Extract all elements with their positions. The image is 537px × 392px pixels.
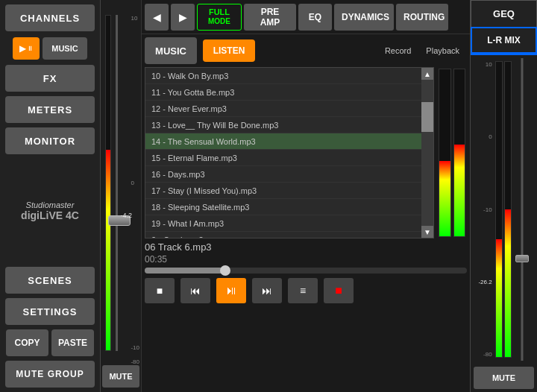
copy-paste-row: COPY PASTE xyxy=(6,329,94,356)
menu-button[interactable]: ≡ xyxy=(288,278,318,303)
play-pause-button[interactable]: ▶⏸ xyxy=(13,37,40,60)
scale-10: 10 xyxy=(131,15,139,22)
nav-arrow-left[interactable]: ◀ xyxy=(145,4,169,31)
geq-button[interactable]: GEQ xyxy=(471,0,537,27)
eq-button[interactable]: EQ xyxy=(298,4,332,31)
player-controls: ■ ⏮ ⏯ ⏭ ≡ ■ xyxy=(145,278,467,303)
vu-fill-1 xyxy=(439,161,450,236)
scenes-button[interactable]: SCENES xyxy=(5,267,95,294)
music-player: MUSIC LISTEN Record Playback 10 - Walk O… xyxy=(142,34,470,392)
right-vu-meters xyxy=(437,67,467,238)
progress-bar[interactable] xyxy=(145,268,467,274)
track-name: 06 Track 6.mp3 xyxy=(145,241,467,253)
fader-db-bottom: -80 xyxy=(131,358,139,365)
record-icon: ■ xyxy=(335,284,342,297)
main-center: ◀ ▶ FULL MODE PRE AMP EQ DYNAMICS ROUTIN… xyxy=(142,0,470,392)
right-top-buttons: GEQ L-R MIX xyxy=(471,0,537,55)
settings-button[interactable]: SETTINGS xyxy=(5,298,95,325)
paste-button[interactable]: PASTE xyxy=(51,329,94,356)
next-icon: ⏭ xyxy=(262,285,272,297)
scale-0: 0 xyxy=(131,180,139,186)
routing-button[interactable]: ROUTING xyxy=(396,4,448,31)
right-vu-ch1 xyxy=(495,61,503,358)
playlist-item[interactable]: 14 - The Sensual World.mp3 xyxy=(145,133,421,150)
left-vu-fill xyxy=(106,150,110,350)
track-time: 00:35 xyxy=(145,254,467,265)
right-vu-pair xyxy=(495,58,512,361)
full-label: FULL xyxy=(198,7,241,17)
fader-db-label: -4.2 xyxy=(120,212,132,219)
left-sidebar: CHANNELS ▶⏸ MUSIC FX METERS MONITOR Stud… xyxy=(0,0,101,392)
playlist-container: 10 - Walk On By.mp311 - You Gotta Be.mp3… xyxy=(145,67,434,238)
playlist-item[interactable]: 12 - Never Ever.mp3 xyxy=(145,101,421,117)
channels-button[interactable]: CHANNELS xyxy=(5,4,95,31)
mode-label: MODE xyxy=(198,17,241,26)
right-fader-area: 10 0 -10 -26.2 -80 xyxy=(471,55,537,364)
right-fader-knob[interactable] xyxy=(515,255,529,262)
playlist-item[interactable]: 2 - Crush.mp3 xyxy=(145,232,421,238)
prev-icon: ⏮ xyxy=(190,285,201,297)
stop-icon: ■ xyxy=(157,285,163,297)
copy-button[interactable]: COPY xyxy=(6,329,48,356)
right-mute-button[interactable]: MUTE xyxy=(474,367,534,389)
playlist-item[interactable]: 17 - Stay (I Missed You).mp3 xyxy=(145,183,421,199)
top-navigation: ◀ ▶ FULL MODE PRE AMP EQ DYNAMICS ROUTIN… xyxy=(142,0,470,34)
right-vu-fill-1 xyxy=(496,239,502,357)
dynamics-button[interactable]: DYNAMICS xyxy=(334,4,394,31)
scroll-track xyxy=(421,80,433,226)
nav-arrow-right[interactable]: ▶ xyxy=(171,4,195,31)
right-scale-0: 0 xyxy=(489,133,492,140)
play-pause-control-button[interactable]: ⏯ xyxy=(216,278,246,303)
playlist-item[interactable]: 18 - Sleeping Satellite.mp3 xyxy=(145,199,421,215)
scroll-down-arrow[interactable]: ▼ xyxy=(421,226,433,238)
player-bottom: 06 Track 6.mp3 00:35 ■ ⏮ ⏯ ⏭ ≡ xyxy=(145,241,467,303)
vu-left-2 xyxy=(453,69,466,237)
playlist-items: 10 - Walk On By.mp311 - You Gotta Be.mp3… xyxy=(145,68,421,238)
mute-group-button[interactable]: MUTE GROUP xyxy=(5,361,95,388)
scroll-thumb[interactable] xyxy=(421,102,433,132)
progress-thumb[interactable] xyxy=(220,265,230,276)
listen-button[interactable]: LISTEN xyxy=(203,39,255,62)
scale-minus10: -10 xyxy=(131,344,139,351)
right-fader-scale: 10 0 -10 -26.2 -80 xyxy=(478,58,492,361)
record-playback-labels: Record Playback xyxy=(385,46,459,55)
playlist-scrollbar[interactable]: ▲ ▼ xyxy=(421,68,433,238)
right-scale-db: -26.2 xyxy=(478,279,492,285)
playlist-item[interactable]: 11 - You Gotta Be.mp3 xyxy=(145,84,421,101)
stop-button[interactable]: ■ xyxy=(145,278,175,303)
music-sidebar-button[interactable]: MUSIC xyxy=(43,37,87,60)
playlist-item[interactable]: 10 - Walk On By.mp3 xyxy=(145,68,421,84)
right-fader-line xyxy=(521,58,523,361)
transport-row: ▶⏸ MUSIC xyxy=(13,37,87,60)
progress-fill xyxy=(145,268,225,274)
arrow-right-icon: ▶ xyxy=(179,11,187,23)
fader-scale: 10 0 -10 xyxy=(131,15,139,351)
monitor-button[interactable]: MONITOR xyxy=(5,127,95,154)
full-mode-button[interactable]: FULL MODE xyxy=(197,4,242,31)
logo-line1: Studiomaster xyxy=(21,200,79,209)
right-fader-track xyxy=(515,58,530,361)
menu-icon: ≡ xyxy=(300,285,306,297)
arrow-left-icon: ◀ xyxy=(153,11,161,23)
prev-button[interactable]: ⏮ xyxy=(180,278,210,303)
right-scale-minus10: -10 xyxy=(483,206,492,213)
playlist-item[interactable]: 19 - What I Am.mp3 xyxy=(145,215,421,232)
music-mode-button[interactable]: MUSIC xyxy=(145,37,197,64)
meters-button[interactable]: METERS xyxy=(5,96,95,123)
next-button[interactable]: ⏭ xyxy=(252,278,282,303)
fx-button[interactable]: FX xyxy=(5,65,95,92)
right-vu-fill-2 xyxy=(505,209,511,357)
record-button[interactable]: ■ xyxy=(324,278,354,303)
logo-line2: digiLiVE 4C xyxy=(21,209,79,221)
lr-mix-button[interactable]: L-R MIX xyxy=(471,27,537,54)
right-scale-10: 10 xyxy=(486,61,492,68)
playback-label: Playback xyxy=(426,46,459,55)
record-label: Record xyxy=(385,46,411,55)
playlist-item[interactable]: 15 - Eternal Flame.mp3 xyxy=(145,150,421,166)
play-pause-main-icon: ⏯ xyxy=(225,284,237,297)
left-mute-button[interactable]: MUTE xyxy=(102,365,139,388)
playlist-item[interactable]: 16 - Days.mp3 xyxy=(145,166,421,183)
playlist-item[interactable]: 13 - Love__ Thy Will Be Done.mp3 xyxy=(145,117,421,133)
pre-amp-button[interactable]: PRE AMP xyxy=(244,4,296,31)
scroll-up-arrow[interactable]: ▲ xyxy=(421,68,433,80)
